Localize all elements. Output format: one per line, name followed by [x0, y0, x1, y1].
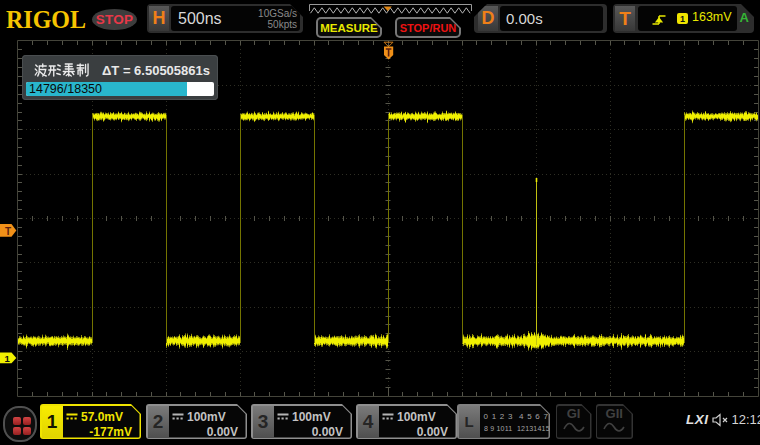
svg-text:1: 1: [5, 353, 11, 364]
svg-text:T: T: [5, 226, 11, 237]
